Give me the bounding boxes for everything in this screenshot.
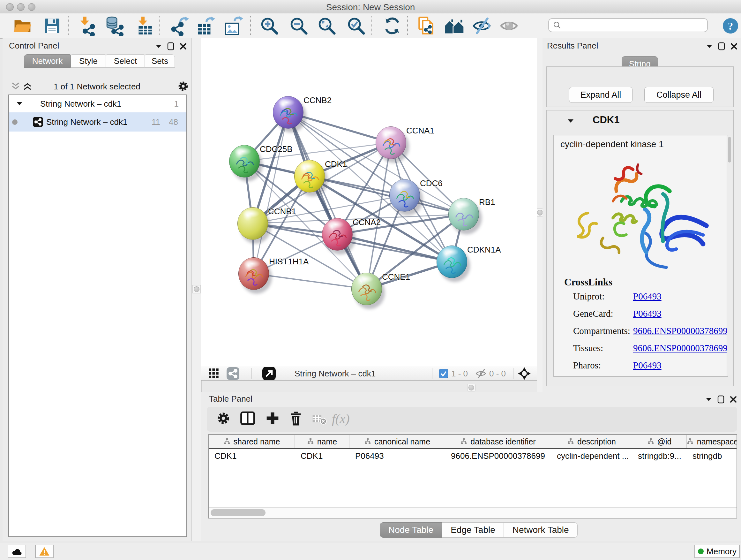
tab-sets[interactable]: Sets <box>145 54 175 68</box>
column-header-namespace[interactable]: namespace <box>687 435 737 448</box>
close-panel-icon[interactable] <box>179 43 187 50</box>
network-row-selected[interactable]: String Network – cdk1 11 48 <box>9 112 186 132</box>
table-data-row[interactable]: CDK1CDK1P064939606.ENSP00000378699cyclin… <box>209 449 737 463</box>
table-cell[interactable]: CDK1 <box>295 449 349 463</box>
node-CCNA2[interactable] <box>322 218 353 251</box>
table-cell[interactable]: CDK1 <box>209 449 295 463</box>
network-canvas[interactable]: CCNB2CCNA1CDC25BCDK1CDC6RB1CCNB1CCNA2CDK… <box>201 38 537 366</box>
show-columns-icon[interactable] <box>240 411 255 425</box>
crosslink-link[interactable]: P06493 <box>633 291 662 302</box>
selected-checkbox-icon[interactable] <box>439 369 448 378</box>
grid-view-icon[interactable] <box>208 368 219 379</box>
crosslinks-title: CrossLinks <box>564 276 612 288</box>
hide-selected-button[interactable] <box>472 16 492 36</box>
network-from-selection-button[interactable] <box>417 16 435 36</box>
import-network-file-button[interactable] <box>77 16 97 36</box>
cloud-button[interactable] <box>8 545 26 558</box>
table-options-gear-icon[interactable] <box>216 411 230 425</box>
collapse-panel-icon[interactable] <box>155 44 162 49</box>
column-header-name[interactable]: name <box>295 435 349 448</box>
hidden-eye-slash-icon[interactable] <box>475 368 487 379</box>
column-header-shared-name[interactable]: shared name <box>209 435 295 448</box>
node-CCNE1[interactable] <box>351 273 382 305</box>
float-panel-icon[interactable] <box>167 42 174 51</box>
collection-count: 1 <box>174 99 179 109</box>
search-input[interactable] <box>562 20 700 30</box>
crosslink-link[interactable]: P06493 <box>633 308 662 319</box>
tab-select[interactable]: Select <box>106 54 145 68</box>
node-CDC6[interactable] <box>389 179 420 212</box>
node-table[interactable]: shared namenamecanonical namedatabase id… <box>208 434 737 518</box>
close-panel-icon[interactable] <box>730 43 738 50</box>
show-hidden-button[interactable] <box>500 16 518 36</box>
crosshair-icon[interactable] <box>518 367 531 380</box>
hscrollbar-thumb[interactable] <box>211 509 266 516</box>
table-cell[interactable]: cyclin-dependent ... <box>551 449 632 463</box>
zoom-in-button[interactable] <box>260 16 279 36</box>
node-HIST1H1A[interactable] <box>239 257 269 290</box>
tab-style[interactable]: Style <box>71 54 106 68</box>
open-session-button[interactable] <box>13 16 32 36</box>
node-CDK1[interactable] <box>294 160 325 192</box>
network-overview-icon[interactable] <box>226 367 239 380</box>
tab-edge-table[interactable]: Edge Table <box>442 522 504 538</box>
bottom-splitter-grip[interactable] <box>467 384 475 391</box>
open-in-window-icon[interactable] <box>262 367 276 380</box>
collapse-panel-icon[interactable] <box>705 397 712 401</box>
network-collection-row[interactable]: String Network – cdk1 1 <box>9 95 186 112</box>
export-network-button[interactable] <box>169 16 189 36</box>
results-scrollbar[interactable] <box>727 136 732 375</box>
close-panel-icon[interactable] <box>730 395 737 403</box>
crosslink-link[interactable]: 9606.ENSP00000378699 <box>633 326 728 336</box>
network-options-gear-icon[interactable] <box>178 80 189 92</box>
expand-all-button[interactable]: Expand All <box>569 87 632 103</box>
column-header-description[interactable]: description <box>551 435 632 448</box>
table-cell[interactable]: stringdb:9... <box>632 449 687 463</box>
import-table-file-button[interactable] <box>135 16 154 36</box>
warnings-button[interactable] <box>35 545 54 558</box>
right-splitter-grip[interactable] <box>537 208 543 217</box>
zoom-fit-button[interactable] <box>317 16 336 36</box>
export-table-button[interactable] <box>196 16 216 36</box>
tab-network[interactable]: Network <box>24 54 71 68</box>
tree-expand-icon[interactable] <box>17 102 22 106</box>
float-panel-icon[interactable] <box>718 395 724 403</box>
export-image-button[interactable] <box>223 16 243 36</box>
delete-column-icon[interactable] <box>289 411 302 426</box>
node-CCNA1[interactable] <box>376 126 406 159</box>
refresh-button[interactable] <box>383 16 401 36</box>
zoom-selected-button[interactable] <box>347 16 366 36</box>
save-session-button[interactable] <box>43 16 61 36</box>
left-splitter-grip[interactable] <box>192 285 201 294</box>
import-network-database-button[interactable] <box>105 16 125 36</box>
table-hscrollbar[interactable] <box>209 507 737 518</box>
section-collapse-icon[interactable] <box>567 119 574 123</box>
node-CDC25B[interactable] <box>229 145 260 178</box>
node-CDKN1A[interactable] <box>436 246 467 278</box>
help-button[interactable]: ? <box>722 16 739 36</box>
tab-node-table[interactable]: Node Table <box>380 522 442 538</box>
node-CCNB2[interactable] <box>273 96 304 129</box>
column-header--id[interactable]: @id <box>632 435 687 448</box>
crosslink-link[interactable]: P06493 <box>633 360 662 371</box>
crosslink-link[interactable]: 9606.ENSP00000378699 <box>633 343 728 354</box>
float-panel-icon[interactable] <box>718 42 725 51</box>
delete-table-icon[interactable] <box>312 415 327 425</box>
memory-button[interactable]: Memory <box>694 545 740 558</box>
table-cell[interactable]: stringdb <box>687 449 737 463</box>
node-RB1[interactable] <box>448 198 479 231</box>
toolbar-separator <box>159 16 159 35</box>
column-header-canonical-name[interactable]: canonical name <box>349 435 445 448</box>
neighborhood-button[interactable] <box>444 16 465 36</box>
node-CCNB1[interactable] <box>238 207 268 240</box>
table-cell[interactable]: 9606.ENSP00000378699 <box>445 449 551 463</box>
table-cell[interactable]: P06493 <box>349 449 445 463</box>
collapse-all-button[interactable]: Collapse All <box>644 87 714 103</box>
zoom-out-button[interactable] <box>289 16 308 36</box>
tab-network-table[interactable]: Network Table <box>504 522 578 538</box>
column-header-database-identifier[interactable]: database identifier <box>445 435 551 448</box>
function-builder-button[interactable]: f(x) <box>332 411 350 426</box>
add-column-icon[interactable] <box>266 411 280 425</box>
collapse-panel-icon[interactable] <box>706 44 713 49</box>
global-search-field[interactable] <box>548 18 708 32</box>
